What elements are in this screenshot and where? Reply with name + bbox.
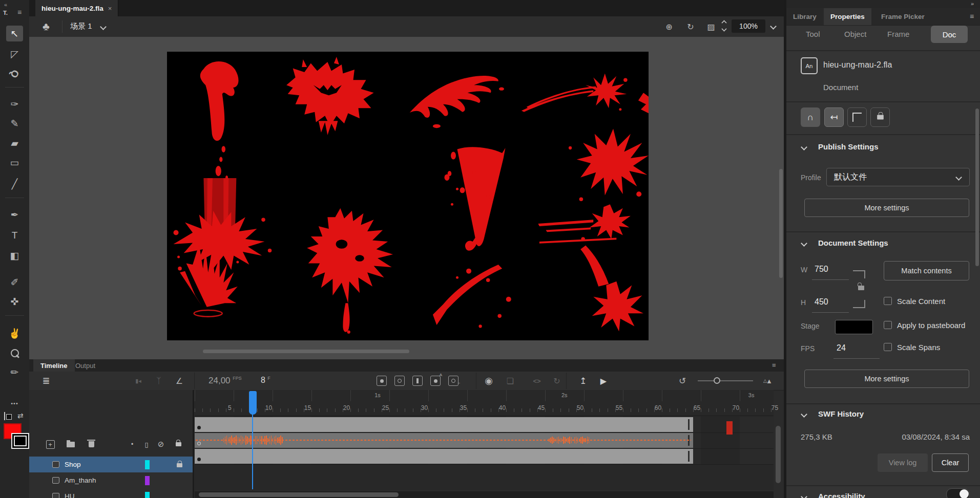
collapse-section-chevron-icon[interactable] <box>801 240 807 247</box>
timeline-panel-menu-icon[interactable]: ≡ <box>772 361 776 369</box>
stroke-color-swatch[interactable] <box>11 433 29 449</box>
remove-frames-button[interactable]: – <box>448 376 458 386</box>
classic-brush-tool[interactable]: ✎ <box>6 116 23 132</box>
rulers-toggle[interactable] <box>847 107 867 127</box>
text-tool[interactable]: T <box>6 227 23 243</box>
height-value[interactable]: 450 <box>815 297 828 307</box>
document-settings-heading[interactable]: Document Settings <box>818 239 888 247</box>
layer-locked-icon[interactable] <box>177 463 182 467</box>
play-button[interactable]: ▶ <box>597 375 610 387</box>
symbol-club-icon[interactable]: ♣ <box>39 20 53 33</box>
playhead-handle[interactable] <box>249 391 257 415</box>
frame-span-Am_thanh[interactable] <box>195 433 693 448</box>
view-log-button[interactable]: View log <box>878 453 928 472</box>
layer-parenting-icon[interactable]: ᛉ <box>152 375 165 387</box>
asset-warp-tool[interactable]: ✜ <box>6 294 23 310</box>
frame-markers-icon[interactable]: <> <box>530 375 544 387</box>
track-row-Shop[interactable] <box>195 417 774 433</box>
mode-tab-doc[interactable]: Doc <box>931 26 968 43</box>
publish-more-settings-button[interactable]: More settings <box>804 199 969 217</box>
pencil-tool[interactable]: ✏ <box>6 364 23 380</box>
stage-horizontal-scrollbar[interactable] <box>203 350 409 353</box>
profile-dropdown[interactable]: 默认文件 <box>826 168 970 186</box>
insert-keyframe-button[interactable] <box>377 376 387 386</box>
layer-row-HU[interactable]: HU <box>29 488 193 498</box>
timeline-zoom-slider-knob[interactable] <box>714 377 720 384</box>
tab-library[interactable]: Library <box>786 8 823 25</box>
layer-outline-color-chip[interactable] <box>145 460 150 469</box>
zoom-dropdown-chevron-icon[interactable] <box>770 23 777 30</box>
rectangle-tool[interactable]: ▭ <box>6 155 23 170</box>
expand-panel-icon[interactable]: » <box>971 1 974 7</box>
insert-frame-button[interactable] <box>412 376 423 386</box>
show-hide-layers-icon[interactable]: ⊘ <box>155 439 166 450</box>
layers-icon[interactable]: ≣ <box>39 375 53 387</box>
properties-panel-menu-icon[interactable]: ≡ <box>970 12 974 20</box>
new-layer-button[interactable]: + <box>45 439 56 450</box>
tab-output[interactable]: Output <box>68 359 102 372</box>
zoom-level-value[interactable]: 100% <box>732 19 765 33</box>
highlight-layers-icon[interactable]: • <box>127 439 138 450</box>
layer-outline-color-chip[interactable] <box>145 476 150 485</box>
graph-editor-icon[interactable]: ∠ <box>173 375 186 387</box>
current-frame-value[interactable]: 8 F <box>261 376 270 385</box>
stage-vertical-scrollbar[interactable] <box>779 169 783 278</box>
new-folder-button[interactable] <box>65 439 76 450</box>
scene-dropdown-chevron-icon[interactable] <box>100 24 107 30</box>
delete-layer-button[interactable] <box>86 439 97 450</box>
mode-tab-frame[interactable]: Frame <box>887 30 909 38</box>
fluid-brush-tool[interactable]: ✑ <box>6 96 23 112</box>
document-tab[interactable]: hieu-ung-mau-2.fla × <box>35 0 118 16</box>
edit-multiple-frames-icon[interactable]: ❏ <box>504 375 517 387</box>
close-tab-icon[interactable]: × <box>108 5 112 12</box>
insert-blank-keyframe-button[interactable] <box>394 376 405 386</box>
clip-content-icon[interactable]: ▨ <box>704 20 718 33</box>
mode-tab-tool[interactable]: Tool <box>806 30 820 38</box>
layer-row-Shop[interactable]: Shop <box>29 457 193 473</box>
reset-timeline-zoom-icon[interactable]: ↺ <box>676 375 689 387</box>
subselection-tool[interactable]: ◸ <box>6 46 23 62</box>
collapse-section-chevron-icon[interactable] <box>801 411 807 418</box>
tools-panel-menu-icon[interactable]: ≡ <box>17 8 22 16</box>
frame-span-HU[interactable] <box>195 449 693 464</box>
link-dimensions-unlock-icon[interactable] <box>858 286 864 290</box>
match-contents-button[interactable]: Match contents <box>884 261 969 280</box>
apply-to-pasteboard-checkbox[interactable] <box>884 321 892 329</box>
zoom-stepper[interactable] <box>722 20 726 31</box>
layer-row-Am_thanh[interactable]: Am_thanh <box>29 472 193 489</box>
track-row-HU[interactable] <box>195 448 774 465</box>
layer-name[interactable]: Shop <box>65 461 81 468</box>
timeline-vertical-scrollbar[interactable] <box>776 426 781 483</box>
layer-name[interactable]: Am_thanh <box>65 477 96 484</box>
rotate-stage-icon[interactable]: ↻ <box>684 20 697 33</box>
eraser-tool[interactable]: ▰ <box>6 135 23 151</box>
publish-settings-heading[interactable]: Publish Settings <box>818 142 879 151</box>
export-frame-icon[interactable]: ↥ <box>576 375 590 387</box>
frame-rate-value[interactable]: 24,00 FPS <box>208 376 242 386</box>
layer-outline-color-chip[interactable] <box>145 492 150 498</box>
snap-align-toggle[interactable]: ↤ <box>824 107 844 127</box>
selection-tool[interactable]: ↖ <box>6 26 23 41</box>
onion-skin-icon[interactable]: ◉ <box>482 375 495 387</box>
scale-spans-checkbox[interactable] <box>884 343 892 351</box>
clear-button[interactable]: Clear <box>932 453 969 472</box>
frame-span-Shop[interactable] <box>195 417 693 432</box>
lock-layers-icon[interactable] <box>173 439 184 450</box>
paint-bucket-tool[interactable]: ◧ <box>6 248 23 264</box>
pen-tool[interactable]: ✒ <box>6 207 23 223</box>
width-value[interactable]: 750 <box>815 265 828 274</box>
fps-value[interactable]: 24 <box>837 343 846 353</box>
frame-number-ruler[interactable]: 51015202530354045505560657075 <box>195 401 774 416</box>
collapse-panel-icon[interactable]: « <box>4 2 7 8</box>
default-colors-icon[interactable] <box>4 413 5 420</box>
stage-canvas[interactable] <box>167 52 649 340</box>
hand-tool[interactable]: ✌ <box>6 326 23 341</box>
snap-to-objects-toggle[interactable]: ∩ <box>801 107 820 127</box>
outline-layers-icon[interactable]: ▯ <box>141 439 152 450</box>
lasso-tool[interactable]: Q <box>6 66 23 81</box>
swf-history-heading[interactable]: SWF History <box>818 409 864 418</box>
accessibility-toggle[interactable] <box>946 488 970 498</box>
camera-icon[interactable]: ▮◂ <box>132 375 145 387</box>
frames-area[interactable]: 1s2s3s 51015202530354045505560657075 <box>195 390 774 490</box>
layer-tracks[interactable] <box>195 417 774 464</box>
